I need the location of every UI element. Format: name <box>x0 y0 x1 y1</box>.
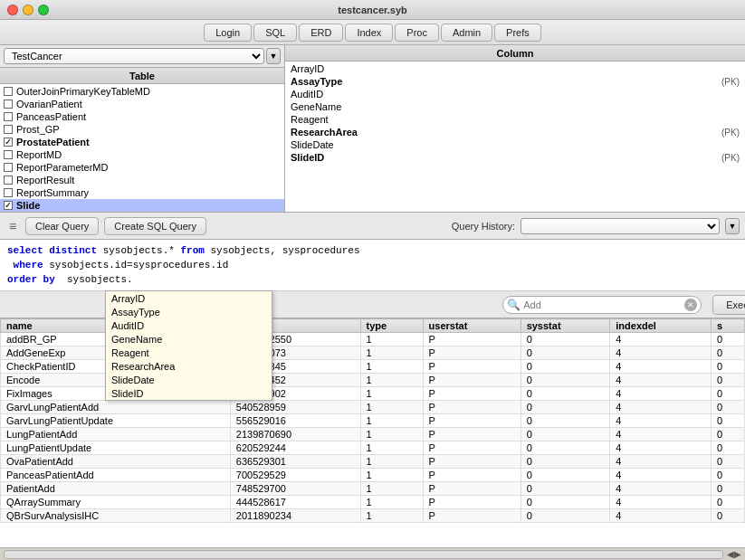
table-row[interactable]: GarvLungPatientAdd5405289591P040 <box>1 401 745 414</box>
table-cell: 636529301 <box>230 455 360 469</box>
autocomplete-item[interactable]: Reagent <box>106 346 272 359</box>
autocomplete-item[interactable]: AuditID <box>106 318 272 332</box>
table-cell: 4 <box>610 509 712 523</box>
query-history-label: Query History: <box>452 221 515 232</box>
execute-button[interactable]: Execute <box>712 295 745 315</box>
table-checkbox[interactable] <box>4 188 13 197</box>
table-cell: 4 <box>610 387 712 401</box>
table-list-item[interactable]: ReportMD <box>0 148 284 161</box>
table-cell: 4 <box>610 346 712 360</box>
scroll-arrows[interactable]: ◀▶ <box>727 549 745 559</box>
create-sql-button[interactable]: Create SQL Query <box>104 217 206 235</box>
column-list-item[interactable]: SlideID(PK) <box>285 151 745 164</box>
db-selector-bar: TestCancer ▼ <box>0 45 284 68</box>
tab-admin[interactable]: Admin <box>441 24 492 42</box>
column-pk-badge: (PK) <box>721 128 740 138</box>
tab-erd[interactable]: ERD <box>299 24 343 42</box>
table-checkbox[interactable] <box>4 125 13 134</box>
table-cell: 0 <box>711 482 744 496</box>
table-row[interactable]: QBrSurvAnalysisIHC20118902341P040 <box>1 509 745 523</box>
column-panel: Column ArrayIDAssayType(PK)AuditIDGeneNa… <box>285 45 745 212</box>
table-row[interactable]: PatientAdd7485297001P040 <box>1 482 745 496</box>
column-list-item[interactable]: SlideDate <box>285 138 745 151</box>
table-list-item[interactable]: Prost_GP <box>0 123 284 136</box>
table-row[interactable]: LungPatientUpdate6205292441P040 <box>1 441 745 455</box>
table-list-item[interactable]: ✓ProstatePatient <box>0 136 284 148</box>
table-list: OuterJoinPrimaryKeyTableMDOvarianPatient… <box>0 84 284 212</box>
table-list-item[interactable]: ✓Slide <box>0 199 284 212</box>
search-input[interactable] <box>523 299 684 310</box>
column-list-item[interactable]: AuditID <box>285 88 745 100</box>
table-list-item[interactable]: ReportResult <box>0 174 284 186</box>
db-arrow-button[interactable]: ▼ <box>266 48 281 64</box>
close-button[interactable] <box>7 5 18 15</box>
autocomplete-item[interactable]: SlideID <box>106 386 272 400</box>
tab-proc[interactable]: Proc <box>395 24 439 42</box>
column-list-item[interactable]: GeneName <box>285 100 745 113</box>
table-cell: GarvLungPatientAdd <box>1 401 231 414</box>
top-section: TestCancer ▼ Table OuterJoinPrimaryKeyTa… <box>0 45 745 213</box>
table-row[interactable]: QArraySummary4445286171P040 <box>1 496 745 509</box>
table-cell: 0 <box>521 428 610 441</box>
table-item-label: ReportResult <box>16 175 74 185</box>
table-cell: 4 <box>610 414 712 428</box>
table-checkbox[interactable] <box>4 87 13 96</box>
table-list-item[interactable]: PanceasPatient <box>0 110 284 123</box>
bottom-scrollbar[interactable]: ◀▶ <box>0 547 745 560</box>
table-list-item[interactable]: OvarianPatient <box>0 98 284 110</box>
table-cell: 0 <box>521 387 610 401</box>
table-row[interactable]: OvaPatientAdd6365293011P040 <box>1 455 745 469</box>
autocomplete-item[interactable]: GeneName <box>106 332 272 346</box>
table-checkbox[interactable] <box>4 176 13 185</box>
table-cell: P <box>423 374 521 387</box>
table-row[interactable]: PanceasPatientAdd7005295291P040 <box>1 469 745 482</box>
table-row[interactable]: LungPatientAdd21398706901P040 <box>1 428 745 441</box>
column-list-item[interactable]: ResearchArea(PK) <box>285 126 745 138</box>
table-item-label: ReportMD <box>16 149 62 160</box>
table-cell: P <box>423 346 521 360</box>
table-panel-header: Table <box>0 68 284 84</box>
table-cell: 0 <box>521 333 610 346</box>
table-checkbox[interactable] <box>4 150 13 159</box>
autocomplete-item[interactable]: AssayType <box>106 305 272 318</box>
table-cell: 1 <box>360 469 423 482</box>
table-checkbox[interactable]: ✓ <box>4 138 13 147</box>
table-list-item[interactable]: ReportParameterMD <box>0 161 284 174</box>
query-history-arrow[interactable]: ▼ <box>725 218 740 234</box>
sql-editor[interactable]: select distinct sysobjects.* from sysobj… <box>0 240 745 291</box>
table-cell: 0 <box>711 360 744 374</box>
autocomplete-item[interactable]: ResearchArea <box>106 359 272 373</box>
autocomplete-item[interactable]: SlideDate <box>106 373 272 386</box>
table-list-item[interactable]: OuterJoinPrimaryKeyTableMD <box>0 85 284 98</box>
search-clear-icon[interactable]: ✕ <box>684 299 697 311</box>
search-icon: 🔍 <box>507 299 521 311</box>
column-list-item[interactable]: ArrayID <box>285 62 745 75</box>
table-checkbox[interactable]: ✓ <box>4 201 13 210</box>
tab-login[interactable]: Login <box>204 24 252 42</box>
table-cell: 1 <box>360 428 423 441</box>
tab-index[interactable]: Index <box>345 24 393 42</box>
table-checkbox[interactable] <box>4 112 13 121</box>
table-cell: 1 <box>360 509 423 523</box>
minimize-button[interactable] <box>23 5 33 15</box>
table-list-item[interactable]: ReportSummary <box>0 186 284 199</box>
table-cell: 0 <box>711 469 744 482</box>
column-list-item[interactable]: Reagent <box>285 113 745 126</box>
table-item-label: ProstatePatient <box>16 137 90 147</box>
autocomplete-item[interactable]: ArrayID <box>106 291 272 305</box>
table-checkbox[interactable] <box>4 100 13 109</box>
query-history-select[interactable] <box>521 218 720 234</box>
horizontal-scrollbar-track[interactable] <box>4 550 723 559</box>
table-checkbox[interactable] <box>4 163 13 172</box>
clear-query-button[interactable]: Clear Query <box>25 217 99 235</box>
tab-sql[interactable]: SQL <box>253 24 297 42</box>
tab-prefs[interactable]: Prefs <box>494 24 541 42</box>
table-row[interactable]: GarvLungPatientUpdate5565290161P040 <box>1 414 745 428</box>
table-cell: 1 <box>360 482 423 496</box>
column-list-item[interactable]: AssayType(PK) <box>285 75 745 88</box>
db-select[interactable]: TestCancer <box>4 48 264 64</box>
table-cell: 0 <box>521 455 610 469</box>
table-item-label: PanceasPatient <box>16 111 86 122</box>
column-name: AssayType <box>291 76 342 87</box>
maximize-button[interactable] <box>38 5 49 15</box>
